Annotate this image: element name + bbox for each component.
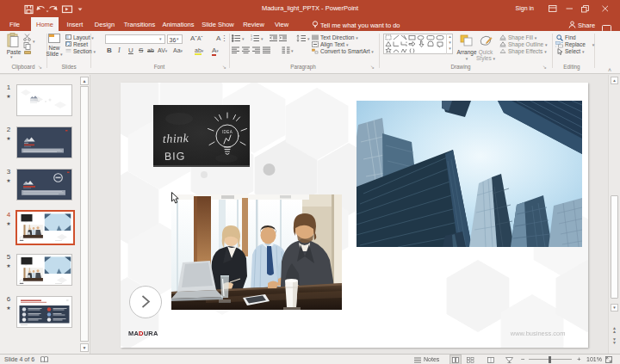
svg-text:IDEA: IDEA [222, 130, 233, 134]
svg-text:2: 2 [251, 38, 252, 41]
svg-text:BIG: BIG [164, 151, 186, 163]
svg-text:think: think [163, 132, 189, 145]
